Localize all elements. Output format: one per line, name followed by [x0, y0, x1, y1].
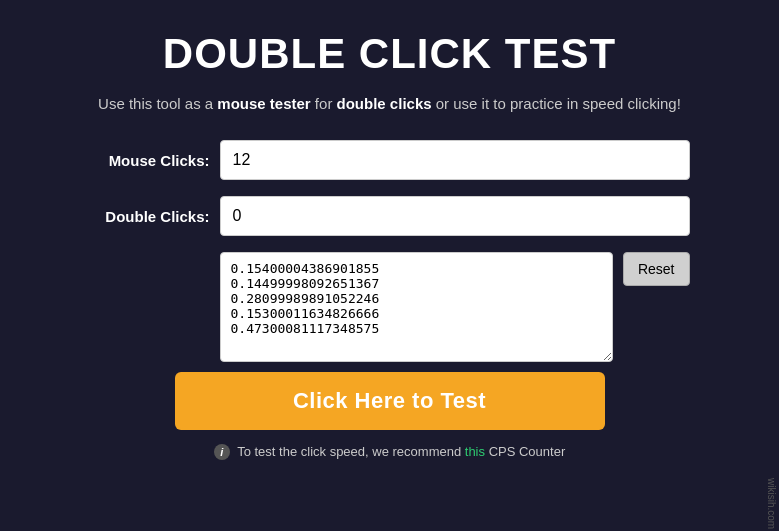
mouse-clicks-row: Mouse Clicks: — [90, 140, 690, 180]
subtitle: Use this tool as a mouse tester for doub… — [98, 92, 681, 116]
page-title: DOUBLE CLICK TEST — [163, 30, 616, 78]
mouse-clicks-input[interactable] — [220, 140, 690, 180]
info-icon: i — [214, 444, 230, 460]
form-area: Mouse Clicks: Double Clicks: 0.154000043… — [90, 140, 690, 362]
footer-note: i To test the click speed, we recommend … — [214, 444, 565, 460]
cps-counter-link[interactable]: this — [465, 444, 485, 459]
click-here-button[interactable]: Click Here to Test — [175, 372, 605, 430]
log-textarea[interactable]: 0.15400004386901855 0.14499998092651367 … — [220, 252, 613, 362]
log-row: 0.15400004386901855 0.14499998092651367 … — [220, 252, 690, 362]
double-clicks-input[interactable] — [220, 196, 690, 236]
double-clicks-row: Double Clicks: — [90, 196, 690, 236]
reset-button[interactable]: Reset — [623, 252, 690, 286]
watermark: wikisih.com — [766, 478, 777, 529]
double-clicks-label: Double Clicks: — [90, 208, 210, 225]
mouse-clicks-label: Mouse Clicks: — [90, 152, 210, 169]
